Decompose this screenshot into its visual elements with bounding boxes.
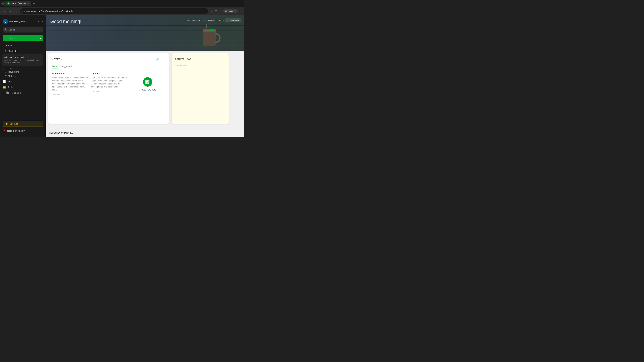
notebooks-icon: 📓 xyxy=(6,91,9,94)
notes-card-more-icon[interactable]: ⋯ xyxy=(161,57,166,61)
sidebar-item-home[interactable]: ⌂ Home xyxy=(0,42,46,48)
new-tab-button[interactable]: ＋ xyxy=(33,2,36,5)
sidebar-item-notebooks[interactable]: ▶ 📓 Notebooks xyxy=(0,90,46,96)
bookmark-icon[interactable]: ☆ xyxy=(211,9,213,13)
sidebar-notes-label: Notes xyxy=(8,80,14,82)
help-label: Need a little help? xyxy=(7,130,25,132)
search-icon: 🔍 xyxy=(4,28,7,31)
sidebar-tasks-label: Tasks xyxy=(8,86,13,88)
tab-suggested[interactable]: Suggested xyxy=(61,64,72,69)
recently-captured-more-icon[interactable]: ⋯ xyxy=(238,131,241,134)
customize-label: Customize xyxy=(229,19,239,22)
scratch-pad-card: SCRATCH PAD ⋯ Start writing... xyxy=(172,53,229,124)
sidebar-notebooks-label: Notebooks xyxy=(11,92,21,94)
shortcut-hint-close-button[interactable]: ✕ xyxy=(40,55,42,58)
recently-captured-section: RECENTLY CAPTURED ⋯ xyxy=(46,129,244,137)
note-time: 1 min ago xyxy=(90,90,127,92)
chevron-right-icon: ▶ xyxy=(3,92,4,94)
hero-banner: Good morning! WEDNESDAY, FEBRUARY 7, 202… xyxy=(46,15,244,51)
sidebar-item-notes[interactable]: 📄 Notes xyxy=(0,78,46,84)
settings-icon[interactable]: ⚙ xyxy=(40,20,43,23)
scratch-pad-title: SCRATCH PAD xyxy=(175,58,221,60)
new-button[interactable]: ＋ New ▾ xyxy=(3,35,43,41)
sidebar-item-tasks[interactable]: ✅ Tasks xyxy=(0,84,46,90)
plus-note-icon: 📝 xyxy=(145,80,150,84)
sidebar-toggle-icon[interactable]: ▭ xyxy=(219,9,221,13)
note-card-travel-items[interactable]: Travel Items About this template Use thi… xyxy=(52,72,88,96)
customize-button[interactable]: ⌂ Customize xyxy=(225,18,241,22)
notes-card-title: NOTES › xyxy=(52,58,155,60)
tab-title: Home - Evernote xyxy=(11,2,26,4)
create-note-label: Create new note xyxy=(139,88,156,91)
avatar-initial: Q xyxy=(4,20,6,23)
note-title: Travel Items xyxy=(52,72,88,75)
scratch-pad-placeholder: Start writing... xyxy=(175,64,188,66)
extensions-icon[interactable]: ⬡ xyxy=(215,9,217,13)
star-icon: ★ xyxy=(4,50,7,52)
note-title: My Files xyxy=(90,72,127,75)
svg-rect-2 xyxy=(204,30,215,31)
shortcut-hint-box: ✕ Add your first shortcut Click the ... … xyxy=(2,54,43,66)
tab-recent[interactable]: Recent xyxy=(52,64,58,69)
customize-icon: ⌂ xyxy=(226,19,228,22)
upgrade-label: Upgrade xyxy=(10,122,18,125)
note-body: Date & Time Goal Attendees Me Agenda Not… xyxy=(90,76,127,88)
incognito-label: Incognito xyxy=(228,10,236,12)
scratch-pad-more-icon[interactable]: ⋯ xyxy=(221,57,226,61)
cards-area: NOTES › 📝 ⋯ Recent Suggested Travel It xyxy=(46,51,244,137)
scratch-pad-content[interactable]: Start writing... xyxy=(175,64,226,66)
notes-title-arrow-icon: › xyxy=(62,58,62,60)
search-box[interactable]: 🔍 Search xyxy=(3,27,43,32)
sidebar-recent-note-my-files[interactable]: ☰ My Files xyxy=(0,74,46,78)
mug-illustration xyxy=(200,24,221,51)
active-tab[interactable]: E Home - Evernote ✕ xyxy=(5,1,31,6)
tab-switcher[interactable]: ❮ xyxy=(1,2,5,5)
browser-chrome: ❮ E Home - Evernote ✕ ＋ ‹ › ↻ evernote.c… xyxy=(0,0,244,15)
shortcut-hint-title: Add your first shortcut xyxy=(4,56,41,58)
sidebar-bottom: ⚡ Upgrade ❓ Need a little help? xyxy=(0,118,46,135)
recent-note-label: Travel Items xyxy=(8,71,19,73)
upgrade-icon: ⚡ xyxy=(5,122,8,125)
note-icon: ☰ xyxy=(5,75,7,77)
note-icon: ☰ xyxy=(5,71,7,73)
home-icon: ⌂ xyxy=(3,44,4,47)
address-bar-row: ‹ › ↻ evernote.com/client/web?login=true… xyxy=(0,7,244,15)
create-new-note-area[interactable]: 📝 Create new note xyxy=(130,72,166,96)
browser-actions: ☆ ⬡ ▭ 🕵 Incognito ⋮ xyxy=(211,9,242,13)
address-bar[interactable]: evernote.com/client/web?login=true&newRe… xyxy=(20,8,208,14)
notes-card: NOTES › 📝 ⋯ Recent Suggested Travel It xyxy=(48,53,169,124)
notes-icon: 📄 xyxy=(3,80,6,83)
user-account-header[interactable]: Q 0c8fe23b@moodj... ▾ ⚙ xyxy=(0,17,46,25)
tab-favicon: E xyxy=(8,2,10,4)
url-text: evernote.com/client/web?login=true&newRe… xyxy=(22,10,73,12)
shortcuts-label: Shortcuts xyxy=(8,50,17,52)
help-button[interactable]: ❓ Need a little help? xyxy=(0,128,46,133)
reload-button[interactable]: ↻ xyxy=(14,9,19,13)
back-button[interactable]: ‹ xyxy=(2,9,7,13)
sidebar-item-shortcuts[interactable]: ▾ ★ Shortcuts xyxy=(0,48,46,54)
incognito-badge: 🕵 Incognito xyxy=(223,9,238,13)
plus-icon: ＋ xyxy=(5,36,8,40)
scratch-pad-header: SCRATCH PAD ⋯ xyxy=(175,57,226,61)
forward-button[interactable]: › xyxy=(8,9,13,13)
recent-notes-header: Recent Notes xyxy=(0,66,46,70)
greeting-text: Good morning! xyxy=(50,19,81,24)
upgrade-button[interactable]: ⚡ Upgrade xyxy=(3,121,43,127)
shortcut-hint-body: Click the ... icon on a note, notebook, … xyxy=(4,59,41,64)
sidebar-recent-note-travel-items[interactable]: ☰ Travel Items xyxy=(0,70,46,74)
tab-close-button[interactable]: ✕ xyxy=(28,2,29,4)
recent-note-label: My Files xyxy=(8,75,16,77)
note-card-my-files[interactable]: My Files Date & Time Goal Attendees Me A… xyxy=(90,72,127,96)
browser-menu-icon[interactable]: ⋮ xyxy=(240,9,242,13)
search-placeholder: Search xyxy=(8,28,16,31)
create-note-button[interactable]: 📝 xyxy=(143,77,152,87)
sidebar-item-home-label: Home xyxy=(6,44,12,47)
avatar: Q xyxy=(3,19,8,24)
notes-card-add-icon[interactable]: 📝 xyxy=(155,57,160,61)
tasks-icon: ✅ xyxy=(3,85,6,89)
notes-card-header: NOTES › 📝 ⋯ xyxy=(52,57,166,61)
notes-tabs: Recent Suggested xyxy=(52,64,166,69)
notes-grid: Travel Items About this template Use thi… xyxy=(52,72,166,96)
note-time: 1 min ago xyxy=(52,93,88,95)
note-body: About this template Use this template as… xyxy=(52,76,88,91)
